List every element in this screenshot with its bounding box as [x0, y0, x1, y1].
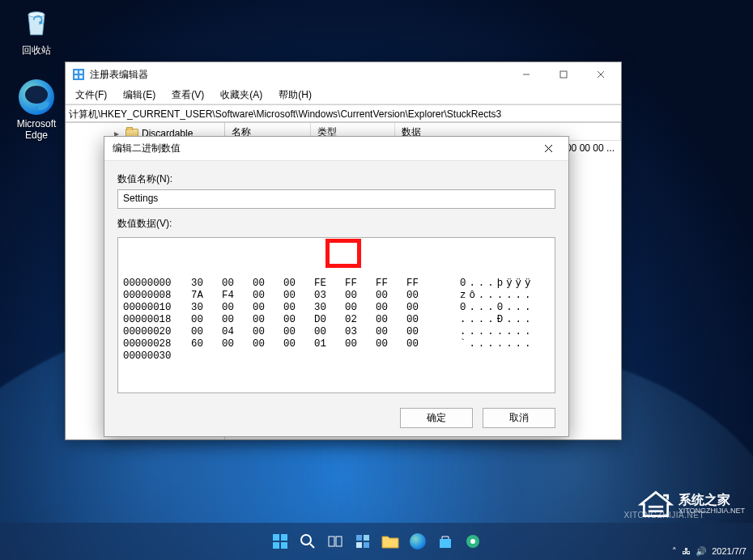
hex-byte[interactable]: 00 — [283, 290, 314, 302]
dialog-close-button[interactable] — [531, 138, 565, 160]
dialog-titlebar[interactable]: 编辑二进制数值 — [104, 137, 568, 161]
hex-byte[interactable]: FF — [376, 278, 406, 290]
titlebar[interactable]: 注册表编辑器 — [66, 62, 621, 87]
taskbar-edge[interactable] — [406, 530, 429, 553]
hex-byte[interactable]: F4 — [222, 290, 253, 302]
hex-byte[interactable] — [191, 350, 222, 363]
hex-byte[interactable]: 00 — [406, 314, 437, 326]
system-tray[interactable]: ˄ 🖧 🔊 2021/7/7 — [672, 546, 747, 557]
hex-byte[interactable] — [314, 350, 345, 363]
chevron-up-icon[interactable]: ˄ — [672, 546, 677, 557]
window-title: 注册表编辑器 — [90, 68, 148, 82]
hex-byte[interactable]: 60 — [191, 338, 222, 350]
volume-icon[interactable]: 🔊 — [696, 546, 707, 557]
dialog-title: 编辑二进制数值 — [113, 142, 181, 155]
hex-byte[interactable]: 00 — [376, 290, 406, 302]
hex-byte[interactable] — [406, 350, 437, 363]
widgets-icon — [355, 533, 371, 549]
desktop-icon-recycle-bin[interactable]: 回收站 — [8, 5, 65, 57]
hex-byte[interactable]: 30 — [191, 302, 222, 314]
hex-byte[interactable]: 00 — [253, 314, 283, 326]
close-button[interactable] — [582, 62, 619, 87]
hex-byte[interactable] — [253, 350, 283, 363]
clock[interactable]: 2021/7/7 — [712, 546, 747, 557]
hex-byte[interactable]: 00 — [191, 326, 222, 338]
hex-row[interactable]: 0000001030000000300000000...0... — [123, 302, 550, 314]
taskbar-store[interactable] — [434, 530, 457, 553]
hex-byte[interactable]: 02 — [345, 314, 376, 326]
hex-row[interactable]: 0000000030000000FEFFFFFF0...þÿÿÿ — [123, 278, 550, 290]
hex-byte[interactable]: FF — [406, 278, 437, 290]
hex-byte[interactable]: 7A — [191, 290, 222, 302]
hex-byte[interactable]: 00 — [345, 338, 376, 350]
hex-byte[interactable]: 00 — [376, 326, 406, 338]
hex-byte[interactable]: 00 — [283, 302, 314, 314]
hex-byte[interactable]: 00 — [222, 302, 253, 314]
task-view-button[interactable] — [324, 530, 347, 553]
hex-byte[interactable]: 00 — [314, 326, 345, 338]
hex-byte[interactable]: 30 — [191, 278, 222, 290]
menu-edit[interactable]: 编辑(E) — [117, 87, 162, 104]
start-button[interactable] — [269, 530, 291, 553]
hex-byte[interactable] — [283, 350, 314, 363]
hex-byte[interactable]: 00 — [283, 326, 314, 338]
hex-row[interactable]: 000000286000000001000000`....... — [123, 338, 550, 350]
menu-file[interactable]: 文件(F) — [69, 87, 113, 104]
hex-byte[interactable]: 00 — [345, 290, 376, 302]
minimize-icon — [522, 70, 530, 78]
hex-byte[interactable]: 00 — [222, 278, 253, 290]
hex-byte[interactable]: 00 — [253, 278, 283, 290]
windows-icon — [272, 533, 288, 549]
hex-byte[interactable]: 00 — [406, 326, 437, 338]
taskbar-explorer[interactable] — [379, 530, 402, 553]
hex-byte[interactable]: 00 — [253, 338, 283, 350]
hex-byte[interactable]: 00 — [253, 302, 283, 314]
maximize-button[interactable] — [545, 62, 582, 87]
hex-byte[interactable]: D0 — [314, 314, 345, 326]
menu-view[interactable]: 查看(V) — [165, 87, 211, 104]
hex-row[interactable]: 0000001800000000D0020000....Ð... — [123, 314, 550, 326]
hex-byte[interactable]: 00 — [345, 302, 376, 314]
hex-byte[interactable] — [222, 350, 253, 363]
widgets-button[interactable] — [351, 530, 374, 553]
hex-byte[interactable]: 00 — [376, 314, 406, 326]
hex-byte[interactable]: 00 — [253, 326, 283, 338]
desktop-icon-edge[interactable]: Microsoft Edge — [8, 79, 65, 141]
hex-byte[interactable]: 00 — [222, 338, 253, 350]
hex-byte[interactable]: 03 — [314, 290, 345, 302]
network-icon[interactable]: 🖧 — [682, 546, 691, 557]
hex-byte[interactable]: FF — [345, 278, 376, 290]
hex-byte[interactable]: 00 — [253, 290, 283, 302]
hex-byte[interactable]: FE — [314, 278, 345, 290]
hex-row[interactable]: 000000087AF4000003000000zô...... — [123, 290, 550, 302]
hex-byte[interactable]: 00 — [222, 314, 253, 326]
hex-row[interactable]: 00000030 — [123, 350, 550, 363]
hex-byte[interactable]: 00 — [283, 278, 314, 290]
menu-help[interactable]: 帮助(H) — [272, 87, 318, 104]
hex-byte[interactable]: 00 — [406, 302, 437, 314]
hex-byte[interactable] — [345, 350, 376, 363]
hex-byte[interactable]: 03 — [345, 326, 376, 338]
hex-byte[interactable]: 00 — [376, 338, 406, 350]
edge-icon — [19, 79, 54, 115]
menu-favorites[interactable]: 收藏夹(A) — [214, 87, 269, 104]
hex-byte[interactable]: 00 — [406, 338, 437, 350]
search-button[interactable] — [296, 530, 319, 553]
hex-editor[interactable]: 0000000030000000FEFFFFFF0...þÿÿÿ00000008… — [117, 237, 555, 393]
hex-byte[interactable]: 01 — [314, 338, 345, 350]
hex-byte[interactable]: 00 — [283, 314, 314, 326]
cancel-button[interactable]: 取消 — [483, 408, 555, 428]
hex-byte[interactable]: 04 — [222, 326, 253, 338]
hex-byte[interactable]: 00 — [406, 290, 437, 302]
value-name-input[interactable]: Settings — [117, 189, 555, 209]
hex-byte[interactable]: 30 — [314, 302, 345, 314]
hex-row[interactable]: 000000200004000000030000........ — [123, 326, 550, 338]
address-bar[interactable]: 计算机\HKEY_CURRENT_USER\Software\Microsoft… — [66, 104, 621, 122]
minimize-button[interactable] — [508, 62, 545, 87]
hex-byte[interactable]: 00 — [191, 314, 222, 326]
hex-byte[interactable] — [376, 350, 406, 363]
ok-button[interactable]: 确定 — [400, 408, 473, 428]
hex-byte[interactable]: 00 — [376, 302, 406, 314]
hex-byte[interactable]: 00 — [283, 338, 314, 350]
taskbar-app[interactable] — [462, 530, 484, 553]
